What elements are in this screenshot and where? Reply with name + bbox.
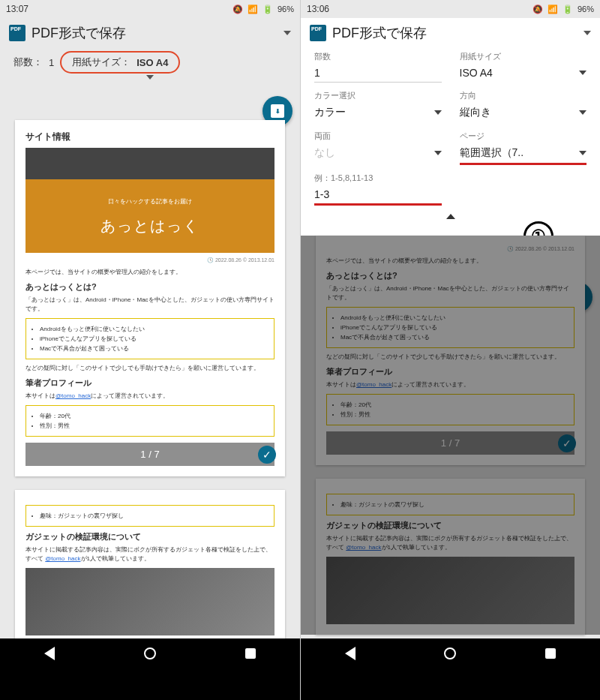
field-paper-size[interactable]: 用紙サイズ ISO A4 <box>460 51 587 83</box>
page-range-example: 例：1-5,8,11-13 <box>314 173 442 184</box>
chevron-up-icon <box>446 214 455 219</box>
page-number: 1 / 7 <box>441 437 460 449</box>
heading-env: ガジェットの検証環境について <box>326 520 574 531</box>
print-options-expanded: 部数 1 用紙サイズ ISO A4 カラー選択 カラー 方向 縦向き 両面 <box>301 48 600 236</box>
field-duplex: 両面 なし <box>314 131 442 165</box>
hobby-bullets: 趣味：ガジェットの裏ワザ探し <box>326 494 574 515</box>
left-pane: 13:07 🔕 📶 🔋 96% PDF形式で保存 部数： 1 用紙サイズ： IS… <box>0 0 300 700</box>
page-number: 1 / 7 <box>140 449 159 460</box>
bottom-black-bar <box>0 668 300 700</box>
what-bullets: Androidをもっと便利に使いこなしたい iPhoneでこんなアプリを探してい… <box>326 307 574 348</box>
orientation-label: 方向 <box>460 90 587 101</box>
field-orientation[interactable]: 方向 縦向き <box>460 90 587 123</box>
intro-text: 本ページでは、当サイトの概要や管理人の紹介をします。 <box>26 268 274 277</box>
android-navbar <box>301 638 600 668</box>
env-link: @tomo_hack <box>346 544 381 551</box>
field-pages[interactable]: ページ 範囲選択（7.. <box>460 131 587 165</box>
duplex-select: なし <box>314 143 442 164</box>
heading-what: あっとはっくとは? <box>26 281 274 293</box>
what-desc: 「あっとはっく」は、Android・iPhone・Macを中心とした、ガジェット… <box>326 284 574 302</box>
color-label: カラー選択 <box>314 90 442 101</box>
download-pdf-icon: ⬇ <box>271 104 284 118</box>
expand-options-button[interactable] <box>0 78 300 98</box>
orientation-select[interactable]: 縦向き <box>460 103 587 123</box>
copies-value[interactable]: 1 <box>49 57 54 68</box>
what-foot: などの疑問に対し「このサイトで少しでも手助けできたら」を願いに運営しています。 <box>326 353 574 362</box>
page-range-input[interactable]: 1-3 <box>314 185 442 206</box>
nav-recents-icon[interactable] <box>545 648 556 659</box>
save-destination-label: PDF形式で保存 <box>332 24 578 42</box>
list-item: Macで不具合が起きて困っている <box>340 333 568 341</box>
list-item: 性別：男性 <box>340 410 568 419</box>
heading-what: あっとはっくとは? <box>326 270 574 281</box>
env-line: 本サイトに掲載する記事内容は、実際にボクが所有するガジェット各種で検証をした上で… <box>26 545 274 563</box>
author-line: 本サイトは@tomo_hackによって運営されています。 <box>326 380 574 389</box>
hero-title: あっとはっく <box>100 216 200 236</box>
field-color[interactable]: カラー選択 カラー <box>314 90 442 123</box>
page-date: 🕓 2022.08.26 © 2013.12.01 <box>326 246 574 252</box>
hero-tagline: 日々をハックする記事をお届け <box>108 197 192 206</box>
list-item: Macで不具合が起きて困っている <box>40 344 268 353</box>
nav-recents-icon[interactable] <box>245 648 256 659</box>
hobby-bullets: 趣味：ガジェットの裏ワザ探し <box>26 505 274 527</box>
paper-size-select[interactable]: ISO A4 <box>460 64 587 83</box>
what-foot: などの疑問に対し「このサイトで少しでも手助けできたら」を願いに運営しています。 <box>26 364 274 373</box>
paper-size-value[interactable]: ISO A4 <box>136 57 168 68</box>
save-destination-label: PDF形式で保存 <box>32 24 278 42</box>
duplex-label: 両面 <box>314 131 442 142</box>
chevron-down-icon <box>284 31 291 35</box>
dnd-icon: 🔕 <box>532 5 543 14</box>
list-item: 年齢：20代 <box>40 412 268 420</box>
chevron-down-icon <box>584 31 591 35</box>
list-item: 趣味：ガジェットの裏ワザ探し <box>340 500 568 509</box>
status-icons: 🔕 📶 🔋 96% <box>232 5 294 14</box>
page-number-bar: 1 / 7 ✓ <box>326 431 574 455</box>
bottom-black-bar <box>301 668 600 700</box>
list-item: 趣味：ガジェットの裏ワザ探し <box>40 512 268 520</box>
print-preview[interactable]: サイト情報 日々をハックする記事をお届け あっとはっく 🕓 2022.08.26… <box>0 120 300 646</box>
preview-page-2[interactable]: 趣味：ガジェットの裏ワザ探し ガジェットの検証環境について 本サイトに掲載する記… <box>15 490 285 646</box>
chevron-down-icon <box>146 75 154 92</box>
preview-page-2[interactable]: 趣味：ガジェットの裏ワザ探し ガジェットの検証環境について 本サイトに掲載する記… <box>316 479 585 635</box>
nav-home-icon[interactable] <box>144 647 156 659</box>
heading-author: 筆者プロフィール <box>326 366 574 377</box>
nav-back-icon[interactable] <box>345 647 356 660</box>
wifi-icon: 📶 <box>548 5 558 14</box>
list-item: 年齢：20代 <box>340 401 568 409</box>
section-title: サイト情報 <box>26 131 274 143</box>
author-bullets: 年齢：20代 性別：男性 <box>26 405 274 437</box>
list-item: Androidをもっと便利に使いこなしたい <box>40 325 268 333</box>
pages-select[interactable]: 範囲選択（7.. <box>460 143 587 165</box>
author-link: @tomo_hack <box>356 381 392 388</box>
preview-page-1[interactable]: サイト情報 日々をハックする記事をお届け あっとはっく 🕓 2022.08.26… <box>15 120 285 476</box>
copies-input[interactable]: 1 <box>314 64 442 83</box>
list-item: iPhoneでこんなアプリを探している <box>40 335 268 343</box>
heading-author: 筆者プロフィール <box>26 377 274 389</box>
list-item: Androidをもっと便利に使いこなしたい <box>340 314 568 322</box>
nav-back-icon[interactable] <box>44 647 55 660</box>
color-select[interactable]: カラー <box>314 103 442 123</box>
env-link: @tomo_hack <box>45 555 80 562</box>
preview-page-1[interactable]: 🕓 2022.08.26 © 2013.12.01 本ページでは、当サイトの概要… <box>316 236 585 465</box>
field-page-range[interactable]: 例：1-5,8,11-13 1-3 <box>314 173 442 206</box>
battery-icon: 🔋 <box>562 5 573 14</box>
page-selected-check-icon[interactable]: ✓ <box>258 446 276 464</box>
save-destination-dropdown[interactable]: PDF形式で保存 <box>0 18 300 48</box>
status-time: 13:06 <box>307 4 329 14</box>
nav-home-icon[interactable] <box>444 647 456 659</box>
env-line: 本サイトに掲載する記事内容は、実際にボクが所有するガジェット各種で検証をした上で… <box>326 534 574 552</box>
save-destination-dropdown[interactable]: PDF形式で保存 <box>301 18 600 48</box>
battery-icon: 🔋 <box>262 5 273 14</box>
author-link: @tomo_hack <box>56 392 91 399</box>
page-selected-check-icon[interactable]: ✓ <box>558 434 576 452</box>
android-navbar <box>0 638 300 668</box>
intro-text: 本ページでは、当サイトの概要や管理人の紹介をします。 <box>326 257 574 266</box>
author-line: 本サイトは@tomo_hackによって運営されています。 <box>26 392 274 401</box>
gadgets-photo <box>326 557 574 624</box>
battery-pct: 96% <box>278 5 294 14</box>
page-date: 🕓 2022.08.26 © 2013.12.01 <box>26 257 274 263</box>
gadgets-photo <box>26 568 274 635</box>
pdf-icon <box>310 25 326 41</box>
field-copies[interactable]: 部数 1 <box>314 51 442 83</box>
pdf-icon <box>9 25 26 41</box>
